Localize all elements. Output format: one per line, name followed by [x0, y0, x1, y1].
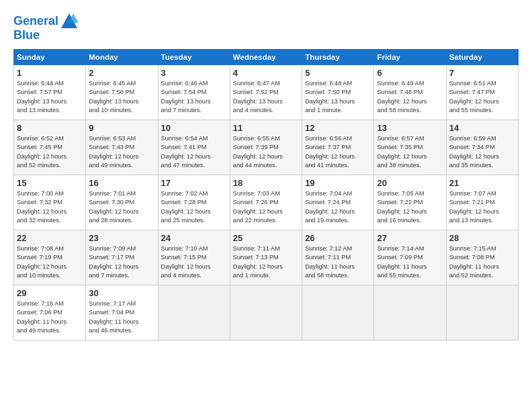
calendar-cell: 29Sunrise: 7:16 AM Sunset: 7:06 PM Dayli…: [14, 285, 86, 340]
calendar-cell: 3Sunrise: 6:46 AM Sunset: 7:54 PM Daylig…: [158, 65, 230, 120]
calendar-cell: 14Sunrise: 6:59 AM Sunset: 7:34 PM Dayli…: [446, 120, 518, 175]
calendar-cell: 9Sunrise: 6:53 AM Sunset: 7:43 PM Daylig…: [86, 120, 158, 175]
day-number: 7: [449, 68, 515, 78]
calendar-cell: 10Sunrise: 6:54 AM Sunset: 7:41 PM Dayli…: [158, 120, 230, 175]
calendar-cell: 30Sunrise: 7:17 AM Sunset: 7:04 PM Dayli…: [86, 285, 158, 340]
day-number: 12: [305, 123, 371, 133]
calendar-cell: 8Sunrise: 6:52 AM Sunset: 7:45 PM Daylig…: [14, 120, 86, 175]
day-info: Sunrise: 7:00 AM Sunset: 7:32 PM Dayligh…: [17, 189, 83, 225]
day-info: Sunrise: 6:53 AM Sunset: 7:43 PM Dayligh…: [89, 134, 154, 170]
day-info: Sunrise: 6:59 AM Sunset: 7:34 PM Dayligh…: [449, 134, 515, 170]
day-info: Sunrise: 6:52 AM Sunset: 7:45 PM Dayligh…: [17, 134, 83, 170]
day-info: Sunrise: 7:15 AM Sunset: 7:08 PM Dayligh…: [449, 244, 515, 280]
calendar-cell: 28Sunrise: 7:15 AM Sunset: 7:08 PM Dayli…: [446, 230, 518, 285]
calendar-cell: 13Sunrise: 6:57 AM Sunset: 7:35 PM Dayli…: [374, 120, 446, 175]
weekday-header-thursday: Thursday: [302, 50, 374, 65]
day-number: 27: [377, 233, 443, 243]
logo: General Blue: [13, 12, 79, 42]
calendar-cell: 16Sunrise: 7:01 AM Sunset: 7:30 PM Dayli…: [86, 175, 158, 230]
day-number: 20: [377, 178, 443, 188]
day-info: Sunrise: 7:01 AM Sunset: 7:30 PM Dayligh…: [89, 189, 154, 225]
day-number: 14: [449, 123, 515, 133]
header: General Blue: [13, 12, 519, 42]
weekday-header-friday: Friday: [374, 50, 446, 65]
calendar-cell: [158, 285, 230, 340]
calendar-row: 22Sunrise: 7:08 AM Sunset: 7:19 PM Dayli…: [14, 230, 519, 285]
day-info: Sunrise: 7:05 AM Sunset: 7:22 PM Dayligh…: [377, 189, 443, 225]
weekday-header-tuesday: Tuesday: [158, 50, 230, 65]
calendar-cell: 17Sunrise: 7:02 AM Sunset: 7:28 PM Dayli…: [158, 175, 230, 230]
day-number: 13: [377, 123, 443, 133]
calendar-cell: [302, 285, 374, 340]
calendar-cell: 22Sunrise: 7:08 AM Sunset: 7:19 PM Dayli…: [14, 230, 86, 285]
calendar-row: 15Sunrise: 7:00 AM Sunset: 7:32 PM Dayli…: [14, 175, 519, 230]
day-number: 9: [89, 123, 154, 133]
day-info: Sunrise: 7:10 AM Sunset: 7:15 PM Dayligh…: [161, 244, 227, 280]
logo-blue: Blue: [13, 28, 40, 42]
day-number: 10: [161, 123, 227, 133]
day-number: 19: [305, 178, 371, 188]
day-number: 25: [233, 233, 299, 243]
day-info: Sunrise: 7:17 AM Sunset: 7:04 PM Dayligh…: [89, 300, 154, 335]
day-info: Sunrise: 7:07 AM Sunset: 7:21 PM Dayligh…: [449, 189, 515, 225]
day-number: 24: [161, 233, 227, 243]
day-number: 5: [305, 68, 371, 78]
day-info: Sunrise: 6:47 AM Sunset: 7:52 PM Dayligh…: [233, 79, 299, 115]
day-info: Sunrise: 6:44 AM Sunset: 7:57 PM Dayligh…: [17, 79, 83, 115]
day-info: Sunrise: 6:54 AM Sunset: 7:41 PM Dayligh…: [161, 134, 227, 170]
calendar-cell: 5Sunrise: 6:48 AM Sunset: 7:50 PM Daylig…: [302, 65, 374, 120]
weekday-header-saturday: Saturday: [446, 50, 518, 65]
calendar-cell: [446, 285, 518, 340]
day-number: 3: [161, 68, 227, 78]
day-number: 28: [449, 233, 515, 243]
day-info: Sunrise: 6:55 AM Sunset: 7:39 PM Dayligh…: [233, 134, 299, 170]
calendar-cell: 21Sunrise: 7:07 AM Sunset: 7:21 PM Dayli…: [446, 175, 518, 230]
calendar-cell: 2Sunrise: 6:45 AM Sunset: 7:56 PM Daylig…: [86, 65, 158, 120]
calendar-cell: 23Sunrise: 7:09 AM Sunset: 7:17 PM Dayli…: [86, 230, 158, 285]
calendar-cell: 20Sunrise: 7:05 AM Sunset: 7:22 PM Dayli…: [374, 175, 446, 230]
calendar-row: 1Sunrise: 6:44 AM Sunset: 7:57 PM Daylig…: [14, 65, 519, 120]
day-number: 8: [17, 123, 83, 133]
day-number: 23: [89, 233, 154, 243]
day-info: Sunrise: 6:57 AM Sunset: 7:35 PM Dayligh…: [377, 134, 443, 170]
calendar-table: SundayMondayTuesdayWednesdayThursdayFrid…: [13, 49, 519, 340]
calendar-cell: [230, 285, 302, 340]
calendar-row: 29Sunrise: 7:16 AM Sunset: 7:06 PM Dayli…: [14, 285, 519, 340]
calendar-cell: 7Sunrise: 6:51 AM Sunset: 7:47 PM Daylig…: [446, 65, 518, 120]
day-number: 18: [233, 178, 299, 188]
calendar-cell: 27Sunrise: 7:14 AM Sunset: 7:09 PM Dayli…: [374, 230, 446, 285]
day-number: 29: [17, 288, 83, 298]
day-number: 1: [17, 68, 83, 78]
day-number: 2: [89, 68, 154, 78]
day-info: Sunrise: 7:04 AM Sunset: 7:24 PM Dayligh…: [305, 189, 371, 225]
day-info: Sunrise: 7:09 AM Sunset: 7:17 PM Dayligh…: [89, 244, 154, 280]
calendar-page: General Blue SundayMondayTuesdayWednesda…: [0, 0, 532, 411]
day-number: 6: [377, 68, 443, 78]
calendar-cell: 1Sunrise: 6:44 AM Sunset: 7:57 PM Daylig…: [14, 65, 86, 120]
day-info: Sunrise: 7:16 AM Sunset: 7:06 PM Dayligh…: [17, 300, 83, 335]
day-info: Sunrise: 6:46 AM Sunset: 7:54 PM Dayligh…: [161, 79, 227, 115]
day-info: Sunrise: 6:56 AM Sunset: 7:37 PM Dayligh…: [305, 134, 371, 170]
day-info: Sunrise: 7:11 AM Sunset: 7:13 PM Dayligh…: [233, 244, 299, 280]
calendar-cell: 6Sunrise: 6:49 AM Sunset: 7:48 PM Daylig…: [374, 65, 446, 120]
weekday-header-wednesday: Wednesday: [230, 50, 302, 65]
logo-icon: [60, 12, 79, 31]
day-info: Sunrise: 6:45 AM Sunset: 7:56 PM Dayligh…: [89, 79, 154, 115]
day-number: 26: [305, 233, 371, 243]
day-number: 22: [17, 233, 83, 243]
calendar-cell: [374, 285, 446, 340]
calendar-row: 8Sunrise: 6:52 AM Sunset: 7:45 PM Daylig…: [14, 120, 519, 175]
weekday-header-monday: Monday: [86, 50, 158, 65]
calendar-cell: 15Sunrise: 7:00 AM Sunset: 7:32 PM Dayli…: [14, 175, 86, 230]
day-info: Sunrise: 6:48 AM Sunset: 7:50 PM Dayligh…: [305, 79, 371, 115]
day-info: Sunrise: 7:03 AM Sunset: 7:26 PM Dayligh…: [233, 189, 299, 225]
calendar-cell: 24Sunrise: 7:10 AM Sunset: 7:15 PM Dayli…: [158, 230, 230, 285]
weekday-header-sunday: Sunday: [14, 50, 86, 65]
day-number: 4: [233, 68, 299, 78]
day-number: 16: [89, 178, 154, 188]
day-info: Sunrise: 7:14 AM Sunset: 7:09 PM Dayligh…: [377, 244, 443, 280]
day-number: 30: [89, 288, 154, 298]
day-number: 17: [161, 178, 227, 188]
day-info: Sunrise: 6:51 AM Sunset: 7:47 PM Dayligh…: [449, 79, 515, 115]
calendar-cell: 11Sunrise: 6:55 AM Sunset: 7:39 PM Dayli…: [230, 120, 302, 175]
